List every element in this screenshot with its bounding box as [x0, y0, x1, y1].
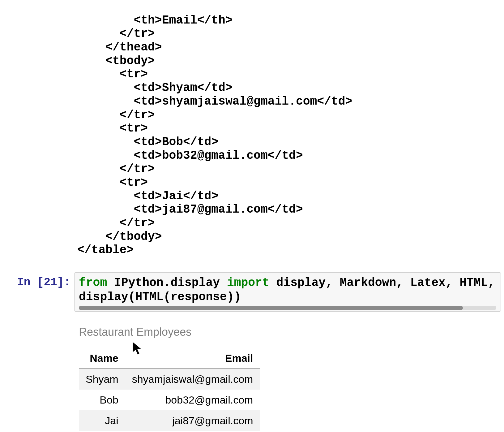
employees-table: Name Email Shyam shyamjaiswal@gmail.com …	[79, 348, 260, 431]
table-row: Bob bob32@gmail.com	[79, 390, 260, 410]
code-line: </table>	[77, 243, 134, 257]
code-line: <tbody>	[77, 54, 155, 67]
keyword-import: import	[227, 276, 269, 289]
scrollbar-thumb[interactable]	[79, 306, 463, 310]
code-line: </tr>	[77, 162, 155, 175]
code-line: </thead>	[77, 41, 162, 54]
table-header-row: Name Email	[79, 348, 260, 369]
column-header-email: Email	[125, 348, 260, 369]
table-caption: Restaurant Employees	[79, 326, 504, 339]
cell-output-text: <th>Email</th> </tr> </thead> <tbody> <t…	[77, 0, 504, 257]
code-line: <tr>	[77, 122, 148, 135]
code-segment: IPython.display	[107, 276, 227, 289]
code-line: <td>bob32@gmail.com</td>	[77, 149, 303, 162]
code-segment: display(HTML(response))	[79, 290, 241, 304]
table-row: Shyam shyamjaiswal@gmail.com	[79, 369, 260, 390]
code-segment: display, Markdown, Latex, HTML, J	[269, 276, 501, 289]
code-input-area[interactable]: from IPython.display import display, Mar…	[74, 272, 501, 312]
code-line: <td>jai87@gmail.com</td>	[77, 203, 303, 216]
code-line: </tr>	[77, 216, 155, 230]
code-line: <td>shyamjaiswal@gmail.com</td>	[77, 95, 352, 108]
code-line: </tbody>	[77, 230, 162, 243]
cell-name: Bob	[79, 390, 125, 410]
notebook-container: <th>Email</th> </tr> </thead> <tbody> <t…	[0, 0, 504, 432]
horizontal-scrollbar[interactable]	[79, 306, 496, 310]
code-line: <tr>	[77, 176, 148, 189]
code-line: <td>Bob</td>	[77, 135, 218, 149]
code-line: <td>Shyam</td>	[77, 81, 233, 94]
cell-name: Jai	[79, 410, 125, 431]
table-row: Jai jai87@gmail.com	[79, 410, 260, 431]
column-header-name: Name	[79, 348, 125, 369]
cell-email: bob32@gmail.com	[125, 390, 260, 410]
cell-output-html: Restaurant Employees Name Email Shyam sh…	[79, 326, 504, 431]
code-line: <th>Email</th>	[77, 14, 233, 27]
cell-email: shyamjaiswal@gmail.com	[125, 369, 260, 390]
keyword-from: from	[79, 276, 107, 289]
input-prompt-label: In [21]:	[0, 272, 74, 289]
cell-name: Shyam	[79, 369, 125, 390]
code-line: </tr>	[77, 27, 155, 40]
code-line: <tr>	[77, 67, 148, 81]
code-editor[interactable]: from IPython.display import display, Mar…	[79, 276, 496, 304]
code-line: <td>Jai</td>	[77, 189, 218, 203]
code-line: </tr>	[77, 108, 155, 122]
cell-email: jai87@gmail.com	[125, 410, 260, 431]
code-cell: In [21]: from IPython.display import dis…	[0, 272, 504, 312]
